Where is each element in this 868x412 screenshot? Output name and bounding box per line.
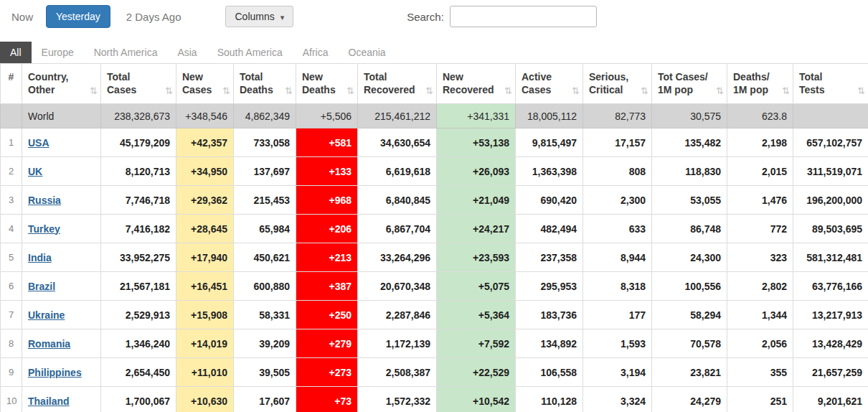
new-cases-cell: +14,019 (176, 329, 234, 358)
yesterday-filter[interactable]: Yesterday (46, 5, 110, 28)
cases-per-1m-cell: 23,821 (652, 358, 727, 387)
table-row: 3Russia7,746,718+29,362215,453+9686,840,… (1, 186, 868, 215)
new-cases-cell: +34,950 (176, 157, 234, 186)
search-label: Search: (407, 11, 444, 23)
tab-africa[interactable]: Africa (293, 42, 339, 63)
column-header-serious-critical[interactable]: Serious,Critical⇅ (583, 64, 652, 104)
active-cases-cell: 9,815,497 (516, 128, 583, 157)
total-recovered-cell: 1,172,139 (358, 329, 437, 358)
column-header-total-deaths[interactable]: TotalDeaths⇅ (234, 64, 296, 104)
total-deaths-cell: 39,209 (234, 329, 296, 358)
new-recovered-cell: +5,075 (437, 272, 516, 301)
serious-critical-cell: 808 (583, 157, 652, 186)
country-link[interactable]: UK (28, 166, 42, 177)
column-header-label: Deaths (240, 83, 284, 96)
sort-icon[interactable]: ⇅ (857, 85, 865, 98)
total-tests-cell: 196,200,000 (793, 186, 868, 215)
tab-oceania[interactable]: Oceania (339, 42, 396, 63)
total-recovered-cell: 2,508,387 (358, 358, 437, 387)
serious-critical-cell: 3,324 (583, 387, 652, 412)
sort-icon[interactable]: ⇅ (165, 85, 173, 98)
new-deaths-cell: +206 (296, 215, 358, 243)
sort-icon[interactable]: ⇅ (716, 85, 724, 98)
new-recovered-cell: +53,138 (437, 128, 516, 157)
deaths-per-1m-cell: 772 (727, 215, 793, 243)
cases-per-1m-cell: 86,748 (652, 215, 727, 243)
column-header-label: Tests (799, 83, 857, 96)
active-cases-cell: 18,005,112 (516, 104, 583, 128)
country-link[interactable]: Russia (28, 195, 61, 206)
tab-south-america[interactable]: South America (207, 42, 293, 63)
total-tests-cell: 581,312,481 (793, 243, 868, 272)
sort-icon[interactable]: ⇅ (782, 85, 790, 98)
column-header-new-recovered[interactable]: NewRecovered⇅ (437, 64, 516, 104)
rank-cell: 9 (1, 358, 22, 387)
sort-icon[interactable]: ⇅ (90, 85, 98, 98)
table-row: 2UK8,120,713+34,950137,697+1336,619,618+… (1, 157, 868, 186)
tab-all[interactable]: All (0, 42, 32, 63)
sort-icon[interactable]: ⇅ (641, 85, 648, 98)
new-recovered-cell: +23,593 (437, 243, 516, 272)
total-cases-cell: 21,567,181 (101, 272, 176, 301)
column-header-active-cases[interactable]: ActiveCases⇅ (516, 64, 583, 104)
tab-asia[interactable]: Asia (167, 42, 207, 63)
columns-dropdown[interactable]: Columns ▾ (225, 6, 293, 27)
column-header-label: Active (522, 70, 571, 83)
total-cases-cell: 1,346,240 (101, 329, 176, 358)
sort-icon[interactable]: ⇅ (572, 85, 580, 98)
column-header-cases-per-1m[interactable]: Tot Cases/1M pop⇅ (652, 64, 727, 104)
column-header-total-recovered[interactable]: TotalRecovered⇅ (358, 64, 437, 104)
country-link[interactable]: India (28, 252, 52, 263)
total-deaths-cell: 17,607 (234, 387, 296, 412)
country-link[interactable]: Philippines (28, 367, 82, 378)
column-header-label: Total (364, 70, 425, 83)
new-cases-cell: +17,940 (176, 243, 234, 272)
country-link[interactable]: Ukraine (28, 309, 65, 321)
total-tests-cell: 9,201,621 (793, 387, 868, 412)
total-deaths-cell: 4,862,349 (234, 104, 296, 128)
total-recovered-cell: 6,840,845 (358, 186, 437, 215)
total-recovered-cell: 6,619,618 (358, 157, 437, 186)
serious-critical-cell: 17,157 (583, 128, 652, 157)
two-days-ago-filter[interactable]: 2 Days Ago (126, 11, 181, 23)
column-header-total-cases[interactable]: TotalCases⇅ (101, 64, 176, 104)
columns-label: Columns (235, 11, 274, 22)
column-header-new-deaths[interactable]: NewDeaths⇅ (296, 64, 358, 104)
sort-icon[interactable]: ⇅ (504, 85, 512, 98)
country-link[interactable]: Brazil (28, 281, 55, 292)
serious-critical-cell: 8,318 (583, 272, 652, 301)
column-header-label: Total (799, 70, 857, 83)
column-header-total-tests[interactable]: TotalTests⇅ (793, 64, 868, 104)
new-recovered-cell: +21,049 (437, 186, 516, 215)
total-tests-cell: 63,776,166 (793, 272, 868, 301)
serious-critical-cell: 8,944 (583, 243, 652, 272)
sort-icon[interactable]: ⇅ (285, 85, 293, 98)
column-header-country[interactable]: Country,Other⇅ (22, 64, 101, 104)
cases-per-1m-cell: 30,575 (652, 104, 727, 128)
table-row: 6Brazil21,567,181+16,451600,880+38720,67… (1, 272, 868, 301)
sort-icon[interactable]: ⇅ (222, 85, 230, 98)
country-cell: India (22, 243, 101, 272)
total-recovered-cell: 20,670,348 (358, 272, 437, 301)
country-link[interactable]: USA (28, 137, 49, 149)
country-cell: USA (22, 128, 101, 157)
active-cases-cell: 106,558 (516, 358, 583, 387)
now-filter[interactable]: Now (11, 11, 33, 23)
column-header-new-cases[interactable]: NewCases⇅ (176, 64, 234, 104)
cases-per-1m-cell: 118,830 (652, 157, 727, 186)
sort-icon[interactable]: ⇅ (346, 85, 354, 98)
country-link[interactable]: Turkey (28, 223, 60, 235)
tab-north-america[interactable]: North America (84, 42, 168, 63)
country-link[interactable]: Thailand (28, 395, 70, 407)
tab-europe[interactable]: Europe (32, 42, 84, 63)
new-deaths-cell: +387 (296, 272, 358, 301)
column-header-deaths-per-1m[interactable]: Deaths/1M pop⇅ (727, 64, 793, 104)
table-row: 1USA45,179,209+42,357733,058+58134,630,6… (1, 128, 868, 157)
country-cell: Russia (22, 186, 101, 215)
sort-icon[interactable]: ⇅ (425, 85, 433, 98)
rank-cell: 6 (1, 272, 22, 301)
search-input[interactable] (450, 6, 597, 27)
rank-cell: 3 (1, 186, 22, 215)
country-link[interactable]: Romania (28, 338, 70, 350)
total-tests-cell: 13,217,913 (793, 301, 868, 329)
